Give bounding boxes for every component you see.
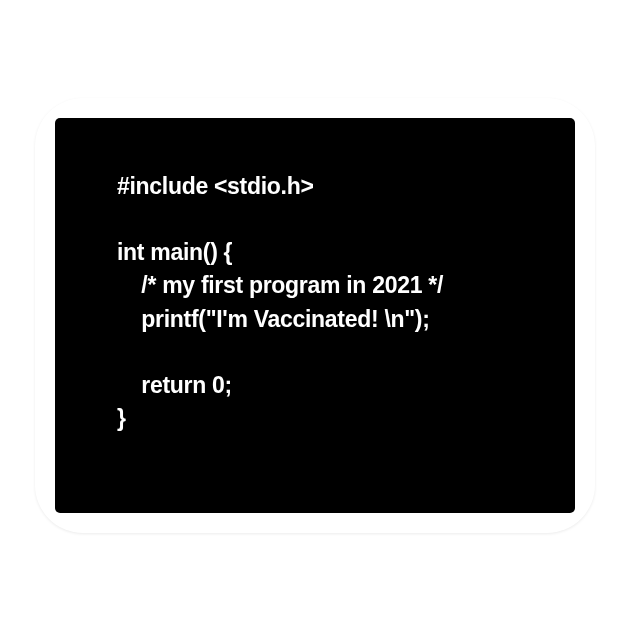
- code-main-open: int main() {: [117, 236, 533, 269]
- blank-line: [117, 203, 533, 236]
- code-comment: /* my first program in 2021 */: [117, 269, 533, 302]
- code-main-close: }: [117, 402, 533, 435]
- code-panel: #include <stdio.h> int main() { /* my fi…: [55, 118, 575, 513]
- code-include: #include <stdio.h>: [117, 170, 533, 203]
- sticker-frame: #include <stdio.h> int main() { /* my fi…: [35, 98, 595, 533]
- code-printf: printf("I'm Vaccinated! \n");: [117, 303, 533, 336]
- code-return: return 0;: [117, 369, 533, 402]
- blank-line: [117, 336, 533, 369]
